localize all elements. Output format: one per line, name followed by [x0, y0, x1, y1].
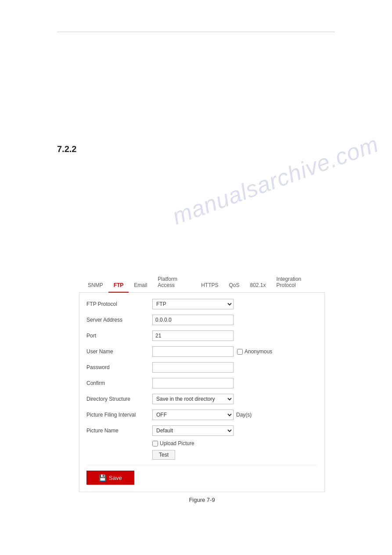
picture-filing-select[interactable]: OFF 1 2 5 10: [152, 410, 234, 420]
password-label: Password: [86, 364, 152, 370]
username-control: [152, 346, 234, 357]
password-input[interactable]: [152, 362, 234, 373]
picture-name-row: Picture Name Default Custom: [86, 424, 317, 437]
ftp-protocol-label: FTP Protocol: [86, 301, 152, 307]
page-container: 7.2.2 manualsarchive.com SNMP FTP Email …: [0, 0, 392, 555]
picture-name-label: Picture Name: [86, 428, 152, 434]
server-address-label: Server Address: [86, 317, 152, 323]
tab-8021x[interactable]: 802.1x: [245, 279, 271, 293]
picture-name-control: Default Custom: [152, 425, 234, 436]
ftp-protocol-control: FTP SFTP: [152, 299, 234, 309]
anonymous-row: Anonymous: [237, 348, 272, 355]
port-input[interactable]: [152, 330, 234, 341]
port-control: [152, 330, 234, 341]
upload-picture-row: Upload Picture: [152, 440, 317, 446]
anonymous-label: Anonymous: [245, 348, 272, 355]
tab-bar: SNMP FTP Email Platform Access HTTPS QoS…: [79, 272, 325, 293]
confirm-label: Confirm: [86, 380, 152, 386]
figure-container: SNMP FTP Email Platform Access HTTPS QoS…: [79, 272, 325, 503]
directory-structure-label: Directory Structure: [86, 396, 152, 402]
anonymous-checkbox[interactable]: [237, 349, 243, 355]
username-row: User Name Anonymous: [86, 345, 317, 358]
ftp-protocol-row: FTP Protocol FTP SFTP: [86, 298, 317, 310]
test-row: Test: [152, 450, 317, 460]
password-control: [152, 362, 234, 373]
picture-filing-control: OFF 1 2 5 10: [152, 410, 234, 420]
save-button-label: Save: [109, 475, 122, 481]
form-panel: FTP Protocol FTP SFTP Server Address Por…: [79, 293, 325, 492]
confirm-input[interactable]: [152, 378, 234, 388]
server-address-row: Server Address: [86, 314, 317, 326]
day-label: Day(s): [236, 412, 252, 418]
test-button[interactable]: Test: [152, 450, 175, 460]
confirm-row: Confirm: [86, 377, 317, 389]
save-button[interactable]: 💾 Save: [86, 471, 134, 485]
save-section: 💾 Save: [86, 465, 317, 485]
password-row: Password: [86, 361, 317, 374]
tab-platform-access[interactable]: Platform Access: [152, 272, 196, 293]
picture-filing-label: Picture Filing Interval: [86, 412, 152, 418]
tab-integration-protocol[interactable]: Integration Protocol: [271, 272, 321, 293]
tab-email[interactable]: Email: [129, 279, 152, 293]
username-label: User Name: [86, 348, 152, 355]
section-heading: 7.2.2: [57, 144, 76, 154]
port-row: Port: [86, 330, 317, 342]
server-address-input[interactable]: [152, 315, 234, 325]
username-input[interactable]: [152, 346, 234, 357]
top-rule: [57, 32, 335, 32]
picture-filing-row: Picture Filing Interval OFF 1 2 5 10 Day…: [86, 409, 317, 421]
tab-qos[interactable]: QoS: [223, 279, 245, 293]
tab-https[interactable]: HTTPS: [196, 279, 223, 293]
server-address-control: [152, 315, 234, 325]
upload-picture-checkbox[interactable]: [152, 441, 158, 446]
watermark: manualsarchive.com: [169, 131, 382, 230]
upload-picture-label: Upload Picture: [160, 440, 194, 446]
confirm-control: [152, 378, 234, 388]
directory-structure-row: Directory Structure Save in the root dir…: [86, 393, 317, 405]
directory-structure-select[interactable]: Save in the root directory Custom: [152, 394, 234, 404]
picture-name-select[interactable]: Default Custom: [152, 425, 234, 436]
directory-structure-control: Save in the root directory Custom: [152, 394, 234, 404]
port-label: Port: [86, 333, 152, 339]
tab-ftp[interactable]: FTP: [108, 279, 129, 293]
ftp-protocol-select[interactable]: FTP SFTP: [152, 299, 234, 309]
figure-caption: Figure 7-9: [79, 497, 325, 503]
floppy-icon: 💾: [99, 474, 106, 481]
tab-snmp[interactable]: SNMP: [83, 279, 108, 293]
